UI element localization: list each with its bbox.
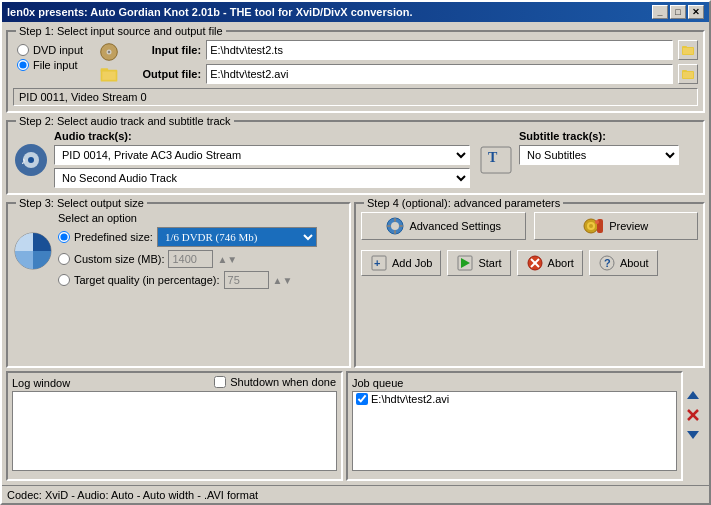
shutdown-checkbox[interactable] bbox=[214, 376, 226, 388]
queue-title: Job queue bbox=[352, 377, 403, 389]
step2-title: Step 2: Select audio track and subtitle … bbox=[16, 115, 234, 127]
output-file-label: Output file: bbox=[131, 68, 201, 80]
step2-content: ♪ Audio track(s): PID 0014, Private AC3 … bbox=[13, 130, 698, 188]
subtitle-icon: T bbox=[478, 142, 514, 178]
subtitle-fields: Subtitle track(s): No Subtitles bbox=[519, 130, 679, 165]
select-option-label: Select an option bbox=[58, 212, 344, 224]
svg-rect-23 bbox=[387, 225, 391, 227]
audio-section: ♪ Audio track(s): PID 0014, Private AC3 … bbox=[13, 130, 470, 188]
svg-rect-4 bbox=[101, 68, 109, 71]
predefined-radio[interactable] bbox=[58, 231, 70, 243]
window-controls: _ □ ✕ bbox=[652, 5, 704, 19]
svg-rect-24 bbox=[399, 225, 403, 227]
input-file-field[interactable] bbox=[206, 40, 673, 60]
queue-list: E:\hdtv\test2.avi bbox=[352, 391, 677, 471]
start-button[interactable]: Start bbox=[447, 250, 510, 276]
step4-section: Step 4 (optional): advanced parameters bbox=[354, 202, 705, 368]
svg-text:T: T bbox=[488, 150, 498, 165]
target-quality-input bbox=[224, 271, 269, 289]
about-label: About bbox=[620, 257, 649, 269]
custom-size-input bbox=[168, 250, 213, 268]
step1-content: DVD input File input bbox=[13, 40, 698, 106]
step3-section: Step 3: Select output size bbox=[6, 202, 351, 368]
custom-label: Custom size (MB): bbox=[74, 253, 164, 265]
audio-track-select[interactable]: PID 0014, Private AC3 Audio Stream bbox=[54, 145, 470, 165]
output-file-field[interactable] bbox=[206, 64, 673, 84]
svg-rect-5 bbox=[102, 72, 115, 80]
svg-rect-11 bbox=[683, 72, 693, 78]
abort-button[interactable]: Abort bbox=[517, 250, 583, 276]
input-file-label: Input file: bbox=[131, 44, 201, 56]
options-area: Select an option Predefined size: 1/6 DV… bbox=[58, 212, 344, 289]
svg-text:+: + bbox=[374, 257, 380, 269]
output-browse-button[interactable] bbox=[678, 64, 698, 84]
action-buttons-row: + Add Job Start bbox=[361, 250, 698, 276]
file-radio-item: File input bbox=[17, 59, 83, 71]
file-fields: Input file: Output file: bbox=[131, 40, 698, 84]
preview-icon bbox=[583, 216, 605, 236]
audio-tracks-label: Audio track(s): bbox=[54, 130, 470, 142]
status-bar: Codec: XviD - Audio: Auto - Auto width -… bbox=[2, 485, 709, 503]
step4-title: Step 4 (optional): advanced parameters bbox=[364, 197, 563, 209]
preview-button[interactable]: Preview bbox=[534, 212, 699, 240]
queue-item-text: E:\hdtv\test2.avi bbox=[371, 393, 449, 405]
dvd-radio[interactable] bbox=[17, 44, 29, 56]
queue-up-button[interactable] bbox=[685, 388, 701, 404]
svg-rect-22 bbox=[394, 230, 396, 234]
file-label: File input bbox=[33, 59, 78, 71]
add-job-icon: + bbox=[370, 254, 388, 272]
log-section: Log window Shutdown when done bbox=[6, 371, 343, 481]
minimize-button[interactable]: _ bbox=[652, 5, 668, 19]
folder-open-icon bbox=[681, 43, 695, 57]
about-icon: ? bbox=[598, 254, 616, 272]
shutdown-row: Shutdown when done bbox=[214, 376, 336, 388]
queue-down-button[interactable] bbox=[685, 426, 701, 442]
second-audio-select[interactable]: No Second Audio Track bbox=[54, 168, 470, 188]
queue-controls bbox=[685, 388, 701, 442]
svg-point-2 bbox=[108, 51, 111, 54]
titlebar: len0x presents: Auto Gordian Knot 2.01b … bbox=[2, 2, 709, 22]
pie-chart bbox=[13, 231, 53, 271]
target-label: Target quality (in percentage): bbox=[74, 274, 220, 286]
adv-row: Advanced Settings Preview bbox=[361, 212, 698, 240]
status-text: Codec: XviD - Audio: Auto - Auto width -… bbox=[7, 489, 258, 501]
custom-radio[interactable] bbox=[58, 253, 70, 265]
main-window: len0x presents: Auto Gordian Knot 2.01b … bbox=[0, 0, 711, 505]
file-radio[interactable] bbox=[17, 59, 29, 71]
log-title: Log window bbox=[12, 377, 70, 389]
advanced-settings-button[interactable]: Advanced Settings bbox=[361, 212, 526, 240]
queue-delete-button[interactable] bbox=[685, 407, 701, 423]
queue-item-checkbox[interactable] bbox=[356, 393, 368, 405]
predefined-label: Predefined size: bbox=[74, 231, 153, 243]
predefined-size-select[interactable]: 1/6 DVDR (746 Mb) bbox=[157, 227, 317, 247]
file-icons bbox=[93, 40, 125, 84]
input-file-row: Input file: bbox=[131, 40, 698, 60]
add-job-button[interactable]: + Add Job bbox=[361, 250, 441, 276]
close-button[interactable]: ✕ bbox=[688, 5, 704, 19]
main-content: Step 1: Select input source and output f… bbox=[2, 22, 709, 485]
target-radio[interactable] bbox=[58, 274, 70, 286]
predefined-row: Predefined size: 1/6 DVDR (746 Mb) bbox=[58, 227, 344, 247]
target-spin-arrows: ▲▼ bbox=[273, 275, 293, 286]
about-button[interactable]: ? About bbox=[589, 250, 658, 276]
subtitle-section: T Subtitle track(s): No Subtitles bbox=[478, 130, 698, 188]
bottom-row: Step 3: Select output size bbox=[6, 198, 705, 368]
input-browse-button[interactable] bbox=[678, 40, 698, 60]
subtitle-select[interactable]: No Subtitles bbox=[519, 145, 679, 165]
svg-rect-8 bbox=[683, 48, 693, 54]
queue-item: E:\hdtv\test2.avi bbox=[353, 392, 676, 406]
audio-fields: Audio track(s): PID 0014, Private AC3 Au… bbox=[54, 130, 470, 188]
pie-area bbox=[13, 212, 53, 289]
svg-text:♪: ♪ bbox=[21, 155, 26, 166]
folder-icon bbox=[99, 64, 119, 84]
queue-section: Job queue E:\hdtv\test2.avi bbox=[346, 371, 683, 481]
abort-label: Abort bbox=[548, 257, 574, 269]
maximize-button[interactable]: □ bbox=[670, 5, 686, 19]
advanced-settings-label: Advanced Settings bbox=[409, 220, 501, 232]
dvd-radio-item: DVD input bbox=[17, 44, 83, 56]
audio-icon: ♪ bbox=[13, 142, 49, 178]
step3-content: Select an option Predefined size: 1/6 DV… bbox=[13, 212, 344, 289]
up-arrow-icon bbox=[686, 389, 700, 403]
step4-content: Advanced Settings Preview bbox=[361, 212, 698, 276]
svg-marker-39 bbox=[687, 391, 699, 399]
